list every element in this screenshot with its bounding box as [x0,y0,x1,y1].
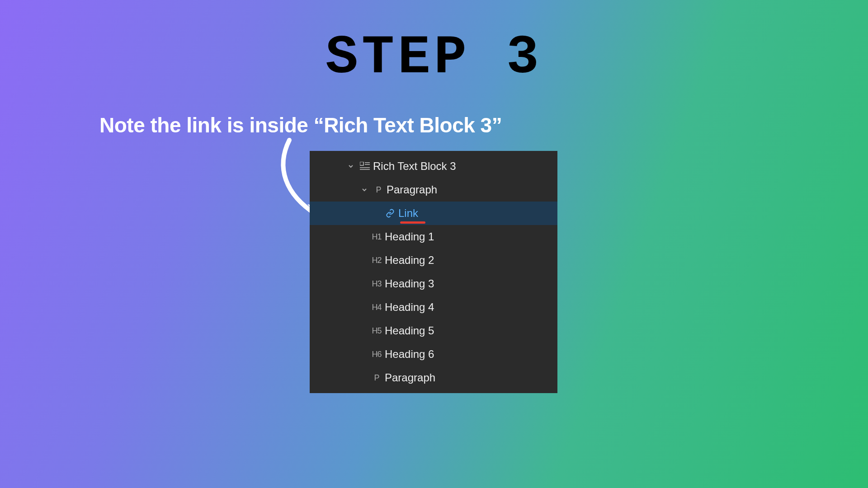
tree-item[interactable]: PParagraph [310,366,557,389]
tree-item-link[interactable]: Link [310,202,557,225]
red-underline-annotation [400,221,425,224]
heading-icon: H5 [368,326,385,336]
paragraph-icon: P [368,373,385,383]
tree-item-label: Heading 4 [385,301,434,314]
heading-icon: H3 [368,279,385,289]
heading-icon: H1 [368,232,385,242]
tree-item[interactable]: H2Heading 2 [310,249,557,272]
tree-item-label: Paragraph [387,183,437,196]
tree-item[interactable]: H3Heading 3 [310,272,557,296]
tree-item-label: Heading 2 [385,254,434,267]
tree-item-label: Heading 1 [385,230,434,243]
tree-item-label: Heading 5 [385,324,434,337]
tree-item-label: Heading 3 [385,277,434,290]
paragraph-icon: P [370,185,387,195]
rich-text-block-icon [357,162,373,171]
chevron-down-icon[interactable] [345,164,357,169]
tree-item-rich-text-block[interactable]: Rich Text Block 3 [310,155,557,178]
chevron-down-icon[interactable] [359,187,370,192]
link-icon [382,209,398,218]
tree-item[interactable]: H1Heading 1 [310,225,557,249]
heading-icon: H4 [368,303,385,312]
navigator-panel: Rich Text Block 3 P Paragraph Link H1Hea… [310,151,557,393]
tree-item-paragraph[interactable]: P Paragraph [310,178,557,202]
svg-rect-2 [360,162,363,165]
tree-item[interactable]: H6Heading 6 [310,343,557,366]
heading-icon: H6 [368,350,385,359]
tree-item-label: Paragraph [385,371,435,384]
annotation-text: Note the link is inside “Rich Text Block… [99,113,502,137]
tree-item[interactable]: H5Heading 5 [310,319,557,343]
page-title: STEP 3 [326,27,542,89]
tree-item-label: Link [398,207,418,220]
tree-item-label: Heading 6 [385,348,434,361]
tree-item[interactable]: H4Heading 4 [310,296,557,319]
heading-icon: H2 [368,256,385,265]
tree-item-label: Rich Text Block 3 [373,160,456,173]
